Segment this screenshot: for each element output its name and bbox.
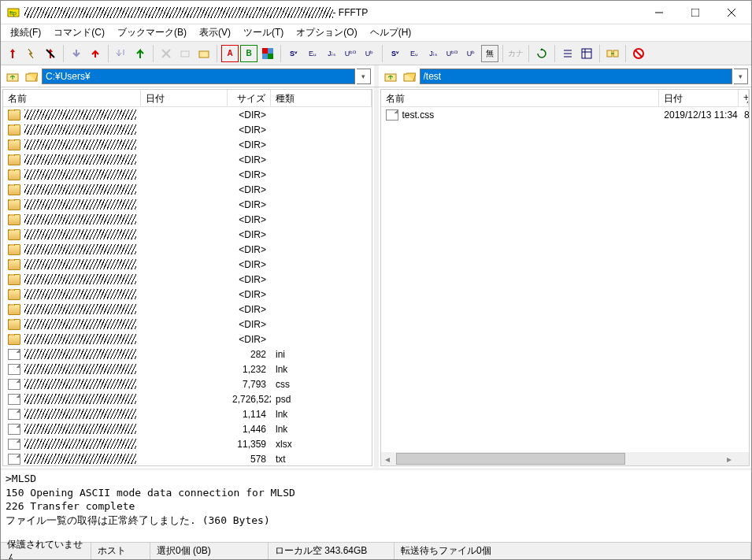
menu-connect[interactable]: 接続(F) [4,24,47,41]
col-date[interactable]: 日付 [141,90,228,106]
list-item[interactable]: <DIR> [3,137,372,152]
status-local-space: ローカル空 343.64GB [269,543,395,559]
file-icon [8,424,20,435]
remote-file-list[interactable]: test.css2019/12/13 11:34887 [381,107,750,452]
menu-view[interactable]: 表示(V) [193,24,237,41]
mirror-up-icon[interactable] [132,45,149,62]
filename-redacted [24,169,136,180]
refresh-icon[interactable] [533,45,550,62]
delete-icon[interactable] [157,45,175,62]
list-item[interactable]: 1,232lnk [3,362,372,376]
svg-rect-12 [262,48,268,54]
list-item[interactable]: <DIR> [3,152,372,167]
local-open-icon[interactable] [23,68,40,85]
list-item[interactable]: <DIR> [3,212,372,227]
col-date[interactable]: 日付 [659,90,739,106]
remote-hscroll[interactable]: ◂ ▸ [381,452,750,465]
log-pane[interactable]: >MLSD150 Opening ASCII mode data connect… [1,468,751,542]
filename-redacted [24,289,136,299]
ascii-mode-icon[interactable]: A [221,45,239,62]
maximize-button[interactable] [677,2,713,24]
remote-path-input[interactable] [420,69,733,84]
remote-updir-icon[interactable] [382,68,399,85]
list-item[interactable]: <DIR> [3,317,372,332]
file-icon [8,454,20,465]
log-line: >MLSD [6,472,746,486]
local-updir-icon[interactable] [4,68,21,85]
folder-icon [8,169,20,180]
remote-path-dropdown[interactable]: ▾ [734,69,748,84]
list-item[interactable]: <DIR> [3,107,372,122]
pane-splitter[interactable] [374,87,379,468]
host-utf8-icon[interactable]: Uᵇ [462,45,480,62]
host-euc-icon[interactable]: Eᵤ [406,45,423,62]
filename-redacted [24,214,136,224]
minimize-button[interactable] [641,2,677,24]
kana-icon[interactable]: カナ [507,45,524,62]
list-item[interactable]: <DIR> [3,197,372,212]
list-item[interactable]: <DIR> [3,332,372,347]
list-item[interactable]: 1,446lnk [3,421,372,436]
list-item[interactable]: 7,793css [3,376,372,391]
close-button[interactable] [713,2,750,24]
local-path-input[interactable] [42,69,355,84]
auto-mode-icon[interactable] [259,45,276,62]
list-item[interactable]: <DIR> [3,287,372,302]
menu-tools[interactable]: ツール(T) [237,24,290,41]
sjis-icon[interactable]: Sᵛ [285,45,302,62]
filename-redacted [24,319,136,329]
list-item[interactable]: 2,726,522psd [3,391,372,406]
host-sjis-icon[interactable]: Sᵛ [387,45,404,62]
euc-icon[interactable]: Eᵤ [304,45,321,62]
col-type[interactable]: 種類 [271,90,372,106]
list-item[interactable]: <DIR> [3,227,372,242]
filename-redacted [24,229,136,239]
connect-icon[interactable] [4,45,21,62]
local-path-dropdown[interactable]: ▾ [357,69,371,84]
col-name[interactable]: 名前 [3,90,141,106]
list-item[interactable]: 282ini [3,347,372,362]
list-item[interactable]: 1,114lnk [3,406,372,421]
col-size[interactable]: サイズ [739,90,749,106]
col-size[interactable]: サイズ [228,90,271,106]
noconv-icon[interactable]: 無 [481,45,498,62]
host-utf8bom-icon[interactable]: Uᵇᴰ [443,45,461,62]
list-item[interactable]: <DIR> [3,272,372,287]
jis-icon[interactable]: Jᵢₛ [323,45,340,62]
abort-icon[interactable] [630,45,647,62]
host-jis-icon[interactable]: Jᵢₛ [424,45,442,62]
list-item[interactable]: <DIR> [3,302,372,317]
list-icon[interactable] [559,45,576,62]
list-item[interactable]: <DIR> [3,122,372,137]
download-icon[interactable] [68,45,85,62]
detail-icon[interactable] [578,45,595,62]
col-name[interactable]: 名前 [381,90,659,106]
local-header: 名前 日付 サイズ 種類 [3,90,372,107]
local-file-list[interactable]: <DIR><DIR><DIR><DIR><DIR><DIR><DIR><DIR>… [3,107,372,465]
menu-help[interactable]: ヘルプ(H) [364,24,418,41]
app-icon: ftp [7,6,20,19]
mkdir-icon[interactable] [195,45,213,62]
menu-options[interactable]: オプション(O) [290,24,363,41]
menu-bookmark[interactable]: ブックマーク(B) [111,24,193,41]
utf8bom-icon[interactable]: Uᵇᴰ [342,45,359,62]
binary-mode-icon[interactable]: B [240,45,257,62]
quick-connect-icon[interactable] [23,45,40,62]
menu-command[interactable]: コマンド(C) [47,24,111,41]
mirror-down-icon[interactable] [113,45,130,62]
list-item[interactable]: <DIR> [3,167,372,182]
list-item[interactable]: 578txt [3,451,372,465]
list-item[interactable]: <DIR> [3,242,372,257]
list-item[interactable]: test.css2019/12/13 11:34887 [381,107,750,122]
list-item[interactable]: <DIR> [3,182,372,197]
utf8-icon[interactable]: Uᵇ [361,45,378,62]
upload-icon[interactable] [87,45,104,62]
rename-icon[interactable] [176,45,194,62]
remote-open-icon[interactable] [401,68,418,85]
file-icon [8,439,20,450]
list-item[interactable]: 11,359xlsx [3,436,372,451]
sync-icon[interactable] [604,45,621,62]
list-item[interactable]: <DIR> [3,257,372,272]
filename-redacted [24,274,136,284]
disconnect-icon[interactable] [42,45,59,62]
